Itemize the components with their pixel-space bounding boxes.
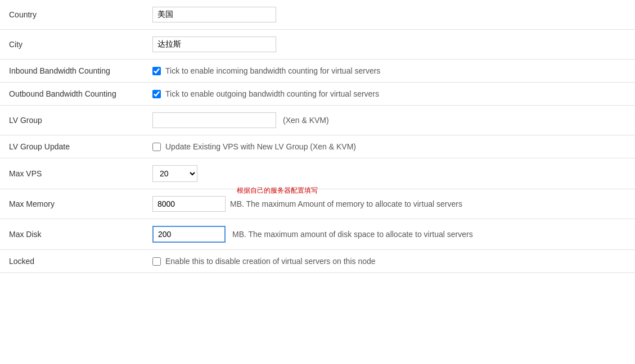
row-country: Country [0,0,635,30]
label-max-disk: Max Disk [0,219,143,250]
annotation-max-memory: 根据自己的服务器配置填写 [237,186,318,195]
checkbox-row-locked: Enable this to disable creation of virtu… [152,257,626,266]
row-max-disk: Max DiskMB. The maximum amount of disk s… [0,219,635,250]
checkbox-locked[interactable] [152,257,161,266]
input-row-max-memory: MB. The maximum Amount of memory to allo… [152,196,626,212]
input-row-lv-group: (Xen & KVM) [152,112,626,128]
note-max-disk: MB. The maximum amount of disk space to … [232,230,473,239]
description-locked: Enable this to disable creation of virtu… [165,257,376,266]
label-inbound-bandwidth: Inbound Bandwidth Counting [0,60,143,83]
description-lv-group-update: Update Existing VPS with New LV Group (X… [165,142,356,151]
label-max-memory: Max Memory [0,189,143,219]
label-country: Country [0,0,143,30]
row-max-vps: Max VPS20103050100 [0,158,635,189]
value-city [143,30,635,60]
value-max-disk: MB. The maximum amount of disk space to … [143,219,635,250]
input-city[interactable] [152,37,276,52]
note-max-memory: MB. The maximum Amount of memory to allo… [230,199,462,208]
row-lv-group-update: LV Group UpdateUpdate Existing VPS with … [0,135,635,158]
input-row-max-disk: MB. The maximum amount of disk space to … [152,226,626,243]
label-lv-group-update: LV Group Update [0,135,143,158]
row-inbound-bandwidth: Inbound Bandwidth CountingTick to enable… [0,60,635,83]
value-max-memory: 根据自己的服务器配置填写MB. The maximum Amount of me… [143,189,635,219]
value-lv-group: (Xen & KVM) [143,106,635,135]
input-lv-group[interactable] [152,112,276,128]
checkbox-lv-group-update[interactable] [152,143,161,151]
row-max-memory: Max Memory根据自己的服务器配置填写MB. The maximum Am… [0,189,635,219]
input-max-disk[interactable] [152,226,226,243]
input-country[interactable] [152,7,276,22]
value-max-vps: 20103050100 [143,158,635,189]
label-outbound-bandwidth: Outbound Bandwidth Counting [0,83,143,106]
row-lv-group: LV Group(Xen & KVM) [0,106,635,135]
description-outbound-bandwidth: Tick to enable outgoing bandwidth counti… [165,89,379,98]
value-locked: Enable this to disable creation of virtu… [143,250,635,273]
note-lv-group: (Xen & KVM) [283,116,329,125]
value-lv-group-update: Update Existing VPS with New LV Group (X… [143,135,635,158]
description-inbound-bandwidth: Tick to enable incoming bandwidth counti… [165,66,380,75]
checkbox-row-outbound-bandwidth: Tick to enable outgoing bandwidth counti… [152,89,626,98]
checkbox-inbound-bandwidth[interactable] [152,67,161,75]
row-city: City [0,30,635,60]
value-outbound-bandwidth: Tick to enable outgoing bandwidth counti… [143,83,635,106]
settings-form: CountryCityInbound Bandwidth CountingTic… [0,0,635,273]
label-lv-group: LV Group [0,106,143,135]
label-max-vps: Max VPS [0,158,143,189]
row-outbound-bandwidth: Outbound Bandwidth CountingTick to enabl… [0,83,635,106]
wrapper-max-memory: 根据自己的服务器配置填写MB. The maximum Amount of me… [152,196,626,212]
input-max-memory[interactable] [152,196,226,212]
row-locked: LockedEnable this to disable creation of… [0,250,635,273]
checkbox-row-lv-group-update: Update Existing VPS with New LV Group (X… [152,142,626,151]
label-city: City [0,30,143,60]
checkbox-outbound-bandwidth[interactable] [152,90,161,98]
value-country [143,0,635,30]
label-locked: Locked [0,250,143,273]
checkbox-row-inbound-bandwidth: Tick to enable incoming bandwidth counti… [152,66,626,75]
value-inbound-bandwidth: Tick to enable incoming bandwidth counti… [143,60,635,83]
select-max-vps[interactable]: 20103050100 [152,165,197,182]
